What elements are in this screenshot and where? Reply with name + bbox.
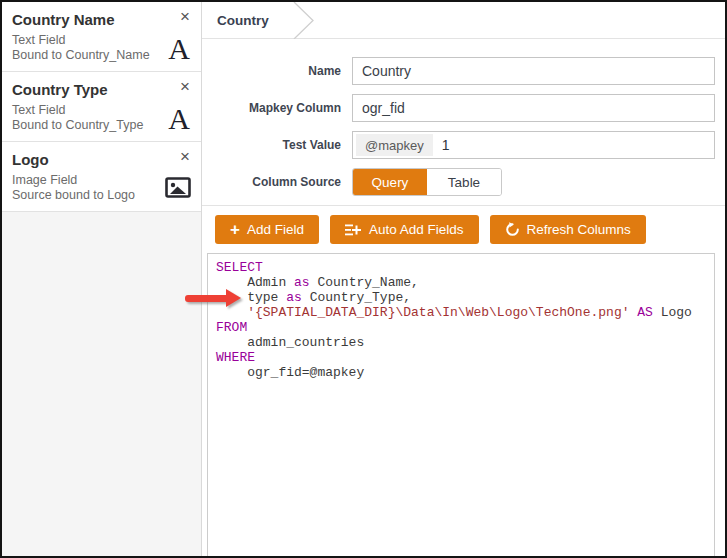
field-card-type: Text Field (12, 103, 191, 118)
field-card-country-type[interactable]: Country Type Text Field Bound to Country… (2, 72, 201, 142)
image-field-icon (165, 177, 191, 202)
field-card-title: Country Type (12, 81, 191, 98)
refresh-icon (505, 222, 520, 237)
test-value-label: Test Value (202, 138, 352, 152)
text-field-icon: A (168, 105, 190, 133)
form-area: Name Mapkey Column Test Value @mapkey (202, 39, 725, 558)
field-card-binding: Bound to Country_Type (12, 118, 191, 133)
sql-query-editor[interactable]: SELECT Admin as Country_Name, type as Co… (208, 254, 714, 386)
plus-icon: + (230, 221, 240, 238)
close-icon[interactable]: × (180, 9, 190, 25)
main-panel: Country Name Mapkey Column (202, 2, 725, 556)
field-card-country-name[interactable]: Country Name Text Field Bound to Country… (2, 2, 201, 72)
auto-add-fields-button[interactable]: Auto Add Fields (330, 215, 479, 244)
add-field-button[interactable]: + Add Field (215, 215, 319, 244)
field-card-title: Logo (12, 151, 191, 168)
field-card-type: Text Field (12, 33, 191, 48)
close-icon[interactable]: × (180, 79, 190, 95)
test-value-field-box[interactable]: @mapkey 1 (352, 131, 715, 159)
mapkey-column-input[interactable] (353, 95, 714, 121)
column-source-table-button[interactable]: Table (427, 169, 501, 195)
add-field-label: Add Field (247, 222, 304, 237)
query-editor-box: SELECT Admin as Country_Name, type as Co… (207, 253, 715, 558)
name-label: Name (202, 64, 352, 78)
tab-label: Country (202, 13, 293, 28)
refresh-columns-button[interactable]: Refresh Columns (490, 215, 646, 244)
mapkey-column-row: Mapkey Column (202, 94, 725, 122)
mapkey-column-field-box (352, 94, 715, 122)
column-source-row: Column Source Query Table (202, 168, 725, 196)
name-row: Name (202, 57, 725, 85)
test-value-row: Test Value @mapkey 1 (202, 131, 725, 159)
tab-country[interactable]: Country (202, 2, 315, 38)
list-plus-icon (345, 223, 362, 237)
close-icon[interactable]: × (180, 149, 190, 165)
column-source-query-button[interactable]: Query (353, 169, 427, 195)
refresh-columns-label: Refresh Columns (527, 222, 631, 237)
mapkey-prefix-badge: @mapkey (356, 134, 433, 156)
sidebar-empty-area (2, 212, 201, 556)
name-field-box (352, 57, 715, 85)
column-source-toggle: Query Table (352, 168, 502, 196)
mapkey-column-label: Mapkey Column (202, 101, 352, 115)
field-card-title: Country Name (12, 11, 191, 28)
test-value-input[interactable]: 1 (433, 137, 450, 153)
tab-chevron-icon (293, 2, 315, 39)
app-window: Country Name Text Field Bound to Country… (0, 0, 727, 558)
column-source-label: Column Source (202, 175, 352, 189)
field-card-logo[interactable]: Logo Image Field Source bound to Logo × (2, 142, 201, 212)
fields-sidebar: Country Name Text Field Bound to Country… (2, 2, 202, 556)
field-card-binding: Bound to Country_Name (12, 48, 191, 63)
auto-add-fields-label: Auto Add Fields (369, 222, 464, 237)
toolbar: + Add Field A (202, 206, 725, 244)
tab-bar: Country (202, 2, 725, 39)
text-field-icon: A (168, 35, 190, 63)
name-input[interactable] (353, 58, 714, 84)
